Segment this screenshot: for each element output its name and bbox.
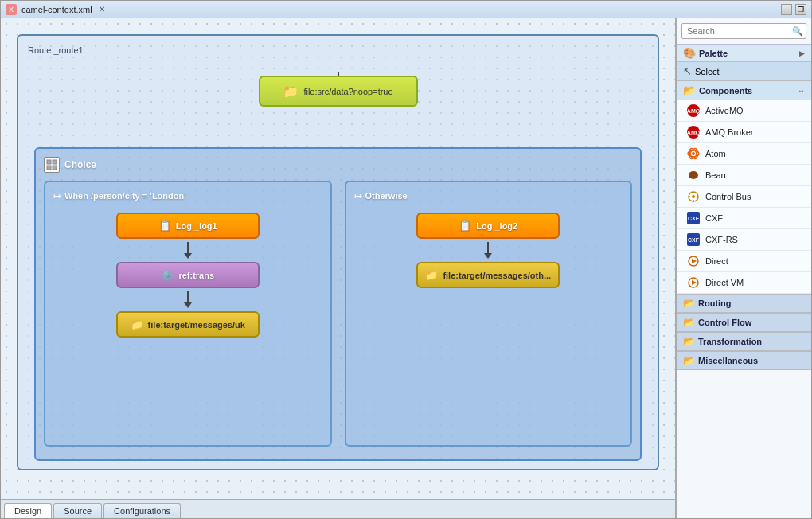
tab-source[interactable]: Source	[53, 503, 102, 518]
branches: ↦ When /person/city = 'London' 📋 Log _lo…	[44, 181, 632, 447]
palette-label: Palette	[699, 49, 728, 58]
otherwise-connector-1	[484, 242, 492, 259]
svg-rect-1	[53, 160, 57, 164]
direct-vm-label: Direct VM	[705, 278, 744, 287]
palette-item-direct-vm[interactable]: Direct VM	[677, 272, 811, 294]
palette-expand-icon[interactable]: ▶	[799, 49, 805, 57]
palette-item-controlbus[interactable]: Control Bus	[677, 186, 811, 208]
route-container: Route _route1 📁 file:src/data?noop=true	[17, 34, 659, 470]
when-label: When /person/city = 'London'	[64, 191, 186, 201]
svg-point-7	[692, 152, 695, 155]
palette-header[interactable]: 🎨 Palette ▶	[677, 44, 811, 62]
main-area: Route _route1 📁 file:src/data?noop=true	[1, 18, 811, 518]
minimize-button[interactable]: —	[781, 4, 792, 15]
file-oth-label: file:target/messages/oth...	[443, 271, 551, 280]
palette-item-amq-broker[interactable]: AMQ AMQ Broker	[677, 122, 811, 143]
choice-svg-icon	[46, 159, 57, 170]
log2-node[interactable]: 📋 Log _log2	[416, 213, 560, 239]
components-expand-icon[interactable]: ↔	[798, 87, 805, 95]
routing-label: Routing	[698, 299, 732, 308]
select-label: Select	[695, 67, 720, 76]
controlbus-label: Control Bus	[705, 192, 751, 201]
folder-icon: 📁	[283, 84, 299, 99]
svg-point-8	[689, 171, 698, 179]
when-header: ↦ When /person/city = 'London'	[53, 190, 322, 201]
tab-configurations[interactable]: Configurations	[103, 503, 181, 518]
search-icon[interactable]: 🔍	[792, 26, 803, 37]
activemq-label: ActiveMQ	[705, 106, 744, 115]
file-uk-node[interactable]: 📁 file:target/messages/uk	[116, 311, 260, 338]
choice-label: Choice	[64, 159, 96, 170]
components-folder-icon: 📂	[683, 84, 696, 96]
svg-marker-18	[692, 280, 697, 285]
routing-section[interactable]: 📂 Routing	[677, 294, 811, 313]
direct-vm-svg	[687, 276, 700, 289]
control-flow-label: Control Flow	[698, 318, 751, 327]
cxf-icon: CXF	[686, 211, 701, 225]
choice-icon	[44, 157, 60, 173]
file-oth-node[interactable]: 📁 file:target/messages/oth...	[416, 262, 560, 288]
bean-icon	[686, 168, 701, 182]
file-source-node[interactable]: 📁 file:src/data?noop=true	[259, 76, 418, 107]
direct-label: Direct	[705, 256, 728, 266]
palette-item-activemq[interactable]: AMQ ActiveMQ	[677, 100, 811, 122]
palette-items-list: AMQ ActiveMQ AMQ AMQ Broker	[677, 100, 811, 518]
palette-item-bean[interactable]: Bean	[677, 165, 811, 186]
controlbus-svg	[687, 190, 700, 203]
file-oth-icon: 📁	[425, 269, 438, 281]
miscellaneous-section[interactable]: 📂 Miscellaneous	[677, 351, 811, 370]
otherwise-arrow-icon: ↦	[354, 190, 362, 201]
palette-item-cxf-rs[interactable]: CXF CXF-RS	[677, 229, 811, 251]
log1-icon: 📋	[158, 220, 171, 232]
palette-item-cxf[interactable]: CXF CXF	[677, 208, 811, 229]
transformation-label: Transformation	[698, 337, 762, 346]
miscellaneous-label: Miscellaneous	[698, 356, 758, 365]
main-window: X camel-context.xml ✕ — ❐ Route _route1 …	[0, 0, 812, 519]
amq-broker-icon: AMQ	[686, 125, 701, 139]
direct-svg	[687, 255, 700, 267]
file-uk-icon: 📁	[131, 318, 143, 330]
transformation-folder-icon: 📂	[683, 336, 695, 347]
components-header[interactable]: 📂 Components ↔	[677, 81, 811, 100]
components-label: Components	[699, 86, 752, 96]
select-row[interactable]: ↖ Select	[677, 62, 811, 81]
reftrans-label: ref:trans	[178, 271, 214, 280]
routing-folder-icon: 📂	[683, 298, 695, 309]
when-connector-2	[184, 291, 192, 308]
reftrans-icon: ⚙️	[161, 269, 174, 281]
restore-button[interactable]: ❐	[795, 4, 806, 15]
direct-icon	[686, 254, 701, 268]
direct-vm-icon	[686, 275, 701, 290]
bottom-tabs: Design Source Configurations	[1, 499, 675, 518]
svg-rect-3	[53, 166, 57, 170]
palette-item-atom[interactable]: Atom	[677, 143, 811, 165]
route-label: Route _route1	[28, 45, 648, 55]
cxf-rs-icon: CXF	[686, 232, 701, 247]
otherwise-header: ↦ Otherwise	[354, 190, 623, 201]
atom-label: Atom	[705, 149, 726, 158]
reftrans-node[interactable]: ⚙️ ref:trans	[116, 262, 260, 288]
when-connector-1	[184, 242, 192, 259]
log2-icon: 📋	[459, 220, 471, 232]
tab-design[interactable]: Design	[4, 503, 52, 518]
title-bar: X camel-context.xml ✕ — ❐	[1, 1, 811, 18]
atom-svg	[687, 147, 700, 160]
palette-item-direct[interactable]: Direct	[677, 251, 811, 272]
svg-marker-16	[692, 259, 697, 263]
transformation-section[interactable]: 📂 Transformation	[677, 332, 811, 351]
bean-svg	[687, 169, 700, 181]
tab-close-icon[interactable]: ✕	[99, 5, 105, 14]
choice-header: Choice	[44, 157, 632, 173]
log1-node[interactable]: 📋 Log _log1	[116, 213, 260, 239]
log1-label: Log _log1	[176, 221, 217, 231]
file-source-label: file:src/data?noop=true	[303, 87, 392, 96]
control-flow-section[interactable]: 📂 Control Flow	[677, 313, 811, 332]
cursor-icon: ↖	[683, 65, 692, 77]
window-controls: — ❐	[781, 4, 806, 15]
palette-folder-icon: 🎨	[683, 47, 696, 59]
amq-broker-label: AMQ Broker	[705, 127, 754, 137]
search-input[interactable]	[681, 23, 806, 39]
svg-rect-0	[47, 160, 51, 164]
when-arrow-icon: ↦	[53, 190, 61, 201]
atom-icon	[686, 146, 701, 161]
